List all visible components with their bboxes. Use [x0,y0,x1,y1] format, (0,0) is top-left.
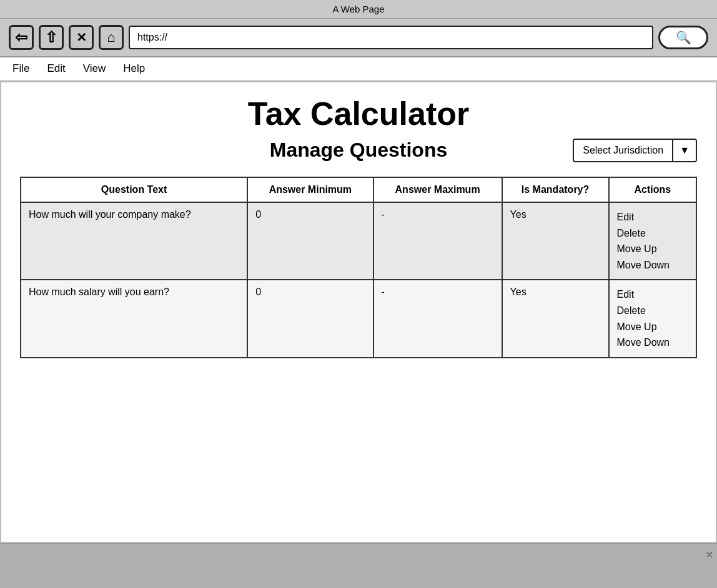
page-title: Tax Calculator [20,95,697,132]
stop-button[interactable]: ✕ [69,25,94,50]
chevron-down-icon: ▼ [680,145,690,156]
cell-actions: EditDeleteMove UpMove Down [609,280,696,357]
home-button[interactable]: ⌂ [99,25,124,50]
section-header-row: Manage Questions Select Jurisdiction ▼ [20,139,697,162]
action-delete[interactable]: Delete [617,225,688,242]
menu-help[interactable]: Help [123,62,145,75]
col-header-actions: Actions [609,177,696,202]
menu-edit[interactable]: Edit [47,62,65,75]
cell-is-mandatory: Yes [502,202,609,280]
action-move-up[interactable]: Move Up [617,241,688,257]
action-move-up[interactable]: Move Up [617,319,688,335]
questions-table: Question Text Answer Minimum Answer Maxi… [20,177,697,358]
action-move-down[interactable]: Move Down [617,335,688,351]
cell-answer-max: - [373,202,502,280]
browser-chrome: ⇦ ⇧ ✕ ⌂ 🔍 [0,19,717,57]
title-bar-text: A Web Page [332,4,384,14]
cell-question-text: How much salary will you earn? [21,280,247,357]
menu-view[interactable]: View [83,62,106,75]
jurisdiction-label: Select Jurisdiction [574,140,672,161]
table-header-row: Question Text Answer Minimum Answer Maxi… [21,177,696,202]
title-bar: A Web Page [0,0,717,19]
col-header-answer-min: Answer Minimum [247,177,373,202]
action-edit[interactable]: Edit [617,209,688,225]
cell-actions: EditDeleteMove UpMove Down [609,202,696,280]
table-row: How much will your company make?0-YesEdi… [21,202,696,280]
action-delete[interactable]: Delete [617,303,688,319]
action-move-down[interactable]: Move Down [617,257,688,273]
table-row: How much salary will you earn?0-YesEditD… [21,280,696,357]
action-edit[interactable]: Edit [617,287,688,303]
resize-handle: ⤧ [706,549,713,559]
address-input[interactable] [129,26,653,49]
section-title: Manage Questions [270,139,448,162]
page-content: Tax Calculator Manage Questions Select J… [0,81,717,543]
forward-button[interactable]: ⇧ [39,25,64,50]
col-header-is-mandatory: Is Mandatory? [502,177,609,202]
col-header-question-text: Question Text [21,177,247,202]
cell-is-mandatory: Yes [502,280,609,357]
search-icon: 🔍 [676,30,691,45]
cell-answer-min: 0 [247,202,373,280]
col-header-answer-max: Answer Maximum [373,177,502,202]
cell-answer-max: - [373,280,502,357]
search-button[interactable]: 🔍 [658,26,708,49]
menu-file[interactable]: File [12,62,29,75]
menu-bar: File Edit View Help [0,57,717,81]
back-button[interactable]: ⇦ [9,25,34,50]
cell-answer-min: 0 [247,280,373,357]
dropdown-arrow-button[interactable]: ▼ [672,140,696,161]
cell-question-text: How much will your company make? [21,202,247,280]
status-bar: ⤧ [0,543,717,561]
jurisdiction-dropdown[interactable]: Select Jurisdiction ▼ [573,139,697,162]
